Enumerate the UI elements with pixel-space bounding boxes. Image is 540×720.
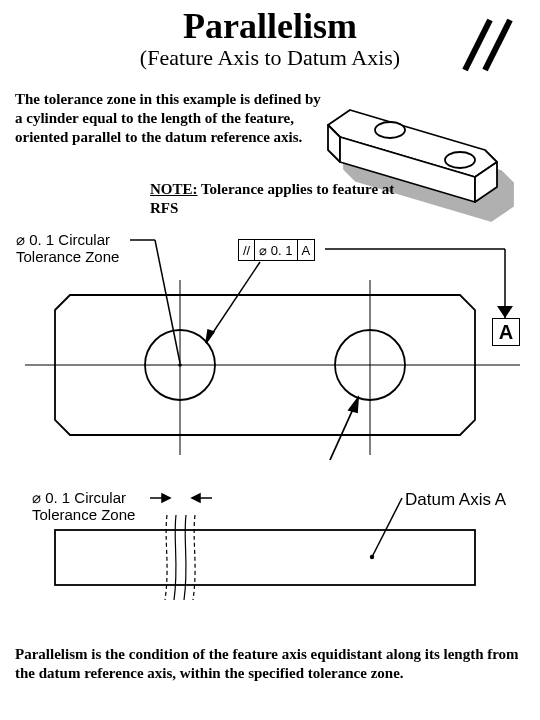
- svg-line-18: [206, 262, 260, 343]
- arrow-to-right-hole: [330, 398, 358, 460]
- svg-marker-23: [349, 398, 358, 412]
- svg-marker-30: [192, 494, 200, 502]
- svg-point-7: [375, 122, 405, 138]
- datum-axis-label: Datum Axis A: [405, 490, 506, 510]
- svg-line-25: [372, 498, 402, 557]
- feature-control-frame: // ⌀ 0. 1 A: [238, 239, 315, 261]
- note-lead: NOTE:: [150, 181, 198, 197]
- intro-paragraph: The tolerance zone in this example is de…: [15, 90, 325, 146]
- note-paragraph: NOTE: Tolerance applies to feature at RF…: [150, 180, 400, 218]
- datum-box: A: [492, 318, 520, 346]
- svg-marker-19: [206, 330, 214, 343]
- svg-point-26: [370, 555, 374, 559]
- parallelism-symbol-icon: [465, 20, 510, 70]
- fcf-datum: A: [298, 240, 315, 260]
- svg-rect-24: [55, 530, 475, 585]
- tolerance-zone-label-top: ⌀ 0. 1 Circular Tolerance Zone: [16, 232, 119, 265]
- bottom-paragraph: Parallelism is the condition of the feat…: [15, 645, 525, 683]
- fcf-symbol: //: [239, 240, 255, 260]
- tolerance-zone-label-bottom: ⌀ 0. 1 Circular Tolerance Zone: [32, 490, 135, 523]
- page: Parallelism (Feature Axis to Datum Axis): [0, 0, 540, 720]
- svg-line-17: [155, 240, 180, 363]
- fcf-tolerance: ⌀ 0. 1: [255, 240, 297, 260]
- leader-fcf: [206, 262, 260, 343]
- plan-view: [25, 280, 520, 455]
- svg-point-8: [445, 152, 475, 168]
- svg-marker-28: [162, 494, 170, 502]
- leader-top-tolerance: [130, 240, 180, 363]
- leader-datum: [325, 249, 505, 318]
- datum-triangle-icon: [497, 306, 513, 318]
- svg-point-15: [178, 363, 182, 367]
